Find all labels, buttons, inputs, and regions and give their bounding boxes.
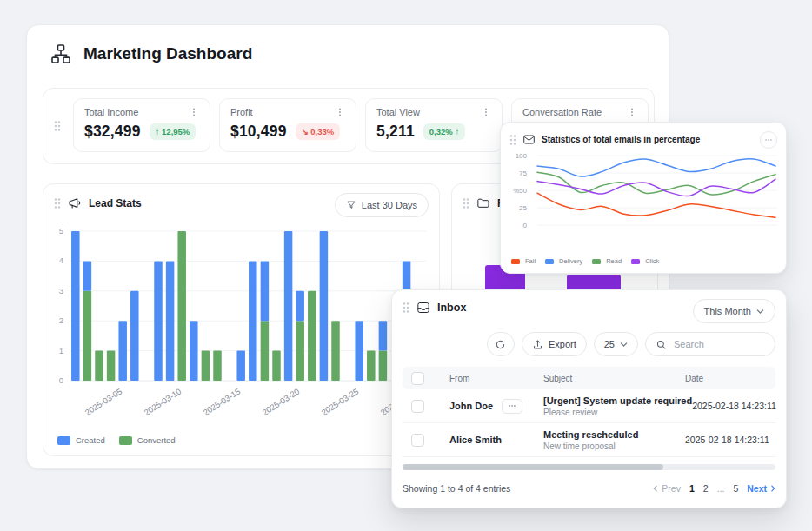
email-preview: Please review xyxy=(543,408,692,417)
page-number[interactable]: 2 xyxy=(703,483,709,494)
legend-item: Click xyxy=(631,257,659,265)
kebab-menu-icon[interactable] xyxy=(627,107,637,117)
svg-text:2025-03-05: 2025-03-05 xyxy=(83,386,124,417)
page-number[interactable]: 1 xyxy=(689,483,695,494)
kebab-menu-icon[interactable] xyxy=(335,107,345,117)
inbox-toolbar: Export 25 xyxy=(487,332,775,356)
svg-text:2025-03-15: 2025-03-15 xyxy=(202,386,243,417)
stat-value: $10,499 xyxy=(230,123,287,141)
select-all-checkbox[interactable] xyxy=(411,372,424,385)
email-stats-card: Statistics of total emails in percentage… xyxy=(500,122,787,274)
folder-icon xyxy=(476,196,490,210)
page-size-value: 25 xyxy=(604,339,615,349)
column-header-date: Date xyxy=(685,374,775,383)
page-ellipsis: ... xyxy=(717,483,725,494)
prev-page-button[interactable]: Prev xyxy=(653,483,681,494)
legend-label: Created xyxy=(76,435,105,445)
stat-label: Conversation Rate xyxy=(522,107,602,117)
chevron-down-icon xyxy=(756,309,764,315)
row-menu-button[interactable] xyxy=(502,399,522,414)
lead-stats-card: Lead Stats Last 30 Days 0123452025-03-05… xyxy=(43,183,440,456)
inbox-card: Inbox This Month xyxy=(391,289,787,508)
email-preview: New time proposal xyxy=(543,441,685,451)
column-header-from: From xyxy=(437,374,543,383)
chevron-right-icon xyxy=(771,485,775,492)
horizontal-scrollbar[interactable] xyxy=(403,464,775,470)
lead-stats-chart: 0123452025-03-052025-03-102025-03-152025… xyxy=(52,224,428,431)
inbox-table: From Subject Date John Doe [Urgent] Syst… xyxy=(403,367,775,457)
legend-swatch xyxy=(119,436,132,445)
email-date: 2025-02-18 14:23:11 xyxy=(685,435,775,445)
svg-text:%: % xyxy=(513,187,519,195)
search-icon xyxy=(656,339,667,350)
envelope-icon xyxy=(522,133,536,146)
legend-label: Fail xyxy=(525,257,536,265)
next-page-button[interactable]: Next xyxy=(747,483,775,494)
legend-label: Converted xyxy=(137,435,176,445)
svg-text:50: 50 xyxy=(519,187,527,195)
search-input[interactable] xyxy=(672,338,765,350)
stat-label: Total Income xyxy=(84,107,138,117)
stat-label: Total View xyxy=(376,107,420,117)
email-subject: Meeting rescheduled xyxy=(543,429,685,440)
stat-badge: 0,32% ↑ xyxy=(423,123,465,140)
kebab-menu-icon[interactable] xyxy=(481,107,491,117)
stat-card-total-income: Total Income $32,499 ↑ 12,95% xyxy=(73,98,210,152)
drag-handle-icon[interactable] xyxy=(509,134,516,146)
table-row[interactable]: Alice Smith Meeting rescheduled New time… xyxy=(403,423,775,457)
legend-swatch xyxy=(631,259,640,264)
email-subject: [Urgent] System update required xyxy=(543,395,692,406)
lead-stats-title: Lead Stats xyxy=(89,197,142,209)
page: Marketing Dashboard Total Income xyxy=(0,0,812,531)
drag-handle-icon[interactable] xyxy=(403,302,409,314)
drag-handle-icon[interactable] xyxy=(54,197,61,209)
legend-item: Delivery xyxy=(545,257,582,265)
page-size-select[interactable]: 25 xyxy=(594,332,638,356)
drag-handle-icon[interactable] xyxy=(54,120,61,132)
stat-card-profit: Profit $10,499 ↘ 0,33% xyxy=(219,98,356,152)
email-date: 2025-02-18 14:23:11 xyxy=(692,401,782,411)
table-header: From Subject Date xyxy=(403,367,775,389)
sitemap-icon xyxy=(50,43,72,65)
megaphone-icon xyxy=(68,196,82,210)
export-button[interactable]: Export xyxy=(522,332,587,356)
lead-stats-legend: CreatedConverted xyxy=(57,435,176,445)
page-title: Marketing Dashboard xyxy=(83,44,252,63)
svg-text:25: 25 xyxy=(519,204,527,212)
page-number[interactable]: 5 xyxy=(733,483,738,494)
drag-handle-icon[interactable] xyxy=(463,197,469,209)
legend-item: Created xyxy=(57,435,105,445)
row-checkbox[interactable] xyxy=(411,400,424,413)
svg-text:4: 4 xyxy=(59,256,63,265)
svg-text:0: 0 xyxy=(523,222,528,229)
pagination: Prev 1 2 ... 5 Next xyxy=(653,483,775,494)
scrollbar-thumb[interactable] xyxy=(403,464,663,470)
column-header-subject: Subject xyxy=(543,374,685,383)
kebab-menu-icon[interactable] xyxy=(189,107,199,117)
inbox-icon xyxy=(416,301,430,315)
filter-label: Last 30 Days xyxy=(362,200,417,210)
email-stats-title: Statistics of total emails in percentage xyxy=(542,135,700,144)
email-stats-chart: 0255075100% xyxy=(506,149,782,242)
stat-badge: ↘ 0,33% xyxy=(296,123,341,140)
refresh-button[interactable] xyxy=(487,332,515,356)
row-checkbox[interactable] xyxy=(411,434,424,447)
stat-card-total-view: Total View 5,211 0,32% ↑ xyxy=(365,98,503,152)
period-label: This Month xyxy=(704,306,751,316)
svg-text:100: 100 xyxy=(516,152,528,160)
stat-value: 5,211 xyxy=(376,123,415,141)
legend-label: Delivery xyxy=(559,257,582,265)
legend-item: Converted xyxy=(119,435,176,445)
svg-text:75: 75 xyxy=(519,169,527,177)
svg-text:2025-03-25: 2025-03-25 xyxy=(320,386,361,417)
stat-value: $32,499 xyxy=(84,123,141,141)
card-menu-button[interactable] xyxy=(760,131,777,149)
chevron-down-icon xyxy=(620,342,628,348)
period-select[interactable]: This Month xyxy=(693,299,775,323)
last-30-days-filter-button[interactable]: Last 30 Days xyxy=(335,193,429,217)
legend-swatch xyxy=(57,436,70,445)
inbox-title: Inbox xyxy=(437,302,466,314)
table-row[interactable]: John Doe [Urgent] System update required… xyxy=(403,389,775,423)
svg-text:3: 3 xyxy=(59,286,63,295)
svg-text:1: 1 xyxy=(59,346,63,355)
